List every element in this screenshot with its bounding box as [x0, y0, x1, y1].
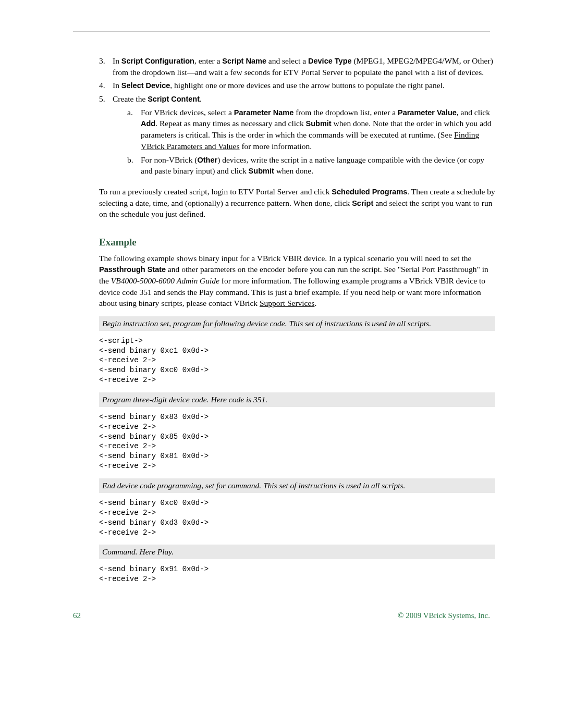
top-rule [73, 31, 490, 32]
substeps: a. For VBrick devices, select a Paramete… [113, 107, 495, 177]
bold: Add [141, 119, 155, 128]
text: The following example shows binary input… [99, 254, 471, 263]
bold: Script [352, 199, 373, 207]
text: . [200, 94, 202, 103]
text: , highlight one or more devices and use … [170, 81, 444, 90]
sub-num: a. [127, 107, 141, 152]
text: and select a [266, 56, 308, 65]
text: for more information. [240, 142, 312, 151]
bold: Select Device [121, 81, 170, 90]
bold: Device Type [308, 57, 352, 65]
text: . [314, 299, 316, 307]
bold: Parameter Value [398, 108, 457, 117]
step-body: In Script Configuration, enter a Script … [113, 55, 495, 78]
sub-body: For non-VBrick (Other) devices, write th… [141, 154, 495, 177]
text: , and click [457, 108, 490, 117]
text: In [113, 81, 121, 90]
text: For non-VBrick ( [141, 155, 198, 164]
instruction-bar-1: Begin instruction set, program for follo… [99, 316, 495, 331]
page-number: 62 [73, 610, 81, 621]
bold: Passthrough State [99, 265, 166, 274]
bold: Parameter Name [234, 108, 293, 117]
bold: Script Configuration [121, 57, 194, 65]
step-body: In Select Device, highlight one or more … [113, 80, 495, 91]
instruction-bar-4: Command. Here Play. [99, 545, 495, 559]
text: Create the [113, 94, 148, 103]
instruction-bar-3: End device code programming, set for com… [99, 478, 495, 493]
bold: Script Name [222, 57, 266, 65]
italic: VB4000-5000-6000 Admin Guide [111, 276, 219, 285]
example-paragraph: The following example shows binary input… [99, 253, 495, 309]
step-4: 4. In Select Device, highlight one or mo… [99, 80, 495, 91]
step-num: 3. [99, 55, 113, 78]
code-block-4: <-send binary 0x91 0x0d-> <-receive 2-> [99, 564, 495, 584]
code-block-1: <-script-> <-send binary 0xc1 0x0d-> <-r… [99, 336, 495, 385]
body-content: 3. In Script Configuration, enter a Scri… [99, 55, 495, 584]
text: , enter a [194, 56, 222, 65]
code-block-3: <-send binary 0xc0 0x0d-> <-receive 2-> … [99, 498, 495, 538]
step-3: 3. In Script Configuration, enter a Scri… [99, 55, 495, 78]
step-num: 5. [99, 93, 113, 179]
bold: Other [198, 156, 218, 164]
text: . Repeat as many times as necessary and … [155, 119, 305, 128]
substep-a: a. For VBrick devices, select a Paramete… [127, 107, 495, 152]
steps-list: 3. In Script Configuration, enter a Scri… [99, 55, 495, 179]
step-5: 5. Create the Script Content. a. For VBr… [99, 93, 495, 179]
text: from the dropdown list, enter a [293, 108, 398, 117]
example-heading: Example [99, 236, 495, 250]
bold: Submit [249, 167, 274, 175]
text: In [113, 56, 121, 65]
bold: Scheduled Programs [332, 188, 407, 196]
bold: Submit [306, 119, 332, 128]
run-script-paragraph: To run a previously created script, logi… [99, 186, 495, 220]
link-support-services[interactable]: Support Services [260, 299, 314, 307]
text: To run a previously created script, logi… [99, 187, 332, 196]
text: when done. [274, 166, 313, 175]
step-body: Create the Script Content. a. For VBrick… [113, 93, 495, 179]
text: For VBrick devices, select a [141, 108, 234, 117]
code-block-2: <-send binary 0x83 0x0d-> <-receive 2-> … [99, 412, 495, 471]
page-footer: 62 © 2009 VBrick Systems, Inc. [68, 610, 495, 621]
step-num: 4. [99, 80, 113, 91]
copyright: © 2009 VBrick Systems, Inc. [398, 610, 490, 621]
sub-body: For VBrick devices, select a Parameter N… [141, 107, 495, 152]
substep-b: b. For non-VBrick (Other) devices, write… [127, 154, 495, 177]
sub-num: b. [127, 154, 141, 177]
instruction-bar-2: Program three-digit device code. Here co… [99, 392, 495, 407]
bold: Script Content [148, 95, 200, 103]
